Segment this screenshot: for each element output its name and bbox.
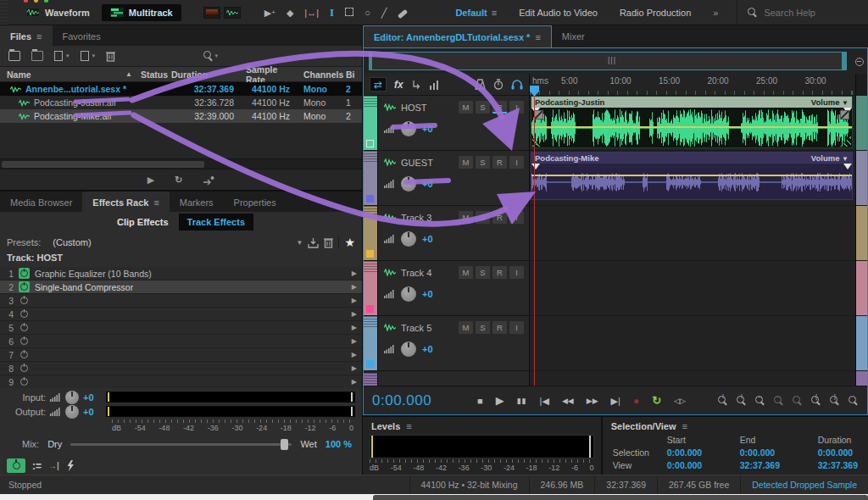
rack-power-button[interactable] [7,458,25,473]
track-color-square[interactable] [366,195,374,203]
effect-slot[interactable]: 3 ▶ [0,294,362,307]
preview-loop-button[interactable]: ↻ [175,175,182,186]
navigator-zoom-knob-icon[interactable] [854,56,864,66]
workspace-radio-production[interactable]: Radio Production [620,8,691,18]
track-name[interactable]: HOST [401,103,427,113]
track-header[interactable]: Track 3 M S R I [364,206,529,261]
effect-slot[interactable]: 5 ▶ [0,321,362,334]
navigator-grip-icon[interactable]: ||| [608,56,616,64]
track-color-square[interactable] [366,305,374,313]
track-effects-tab[interactable]: Track Effects [179,214,253,231]
lasso-selection-tool-icon[interactable]: ○ [364,7,370,19]
files-search[interactable]: ▾ [203,51,218,61]
scrollbar-track-segment[interactable] [856,151,867,205]
multitrack-view-button[interactable]: Multitrack [102,4,181,21]
track-header[interactable]: Track 4 M S R I [364,261,529,316]
arm-record-button[interactable]: R [492,321,507,334]
fx-toggle-button[interactable]: fx [394,79,403,91]
clip-podcasting-mike[interactable]: Podcasting-Mike Volume ▼ [531,152,853,200]
tab-markers[interactable]: Markers [170,192,224,212]
track-name[interactable]: GUEST [401,158,433,168]
workspace-overflow-icon[interactable]: » [713,8,718,18]
workspace-menu-icon[interactable]: ≡ [492,8,497,18]
loop-playback-button[interactable]: ↻ [652,395,661,407]
spectral-display-button[interactable] [203,7,220,19]
preview-autoplay-button[interactable] [203,175,214,185]
mute-button[interactable]: M [459,211,473,224]
search-help-input[interactable] [764,8,865,18]
zoom-in-time-icon[interactable]: I [718,396,728,406]
sort-asc-icon[interactable]: ▲ [125,70,132,78]
effect-power-icon[interactable] [19,363,30,374]
track-header[interactable]: HOST M S R I [364,96,529,151]
monitor-input-button[interactable]: I [509,321,524,334]
effect-power-icon[interactable] [19,308,30,319]
monitor-input-button[interactable]: I [509,211,524,224]
zoom-in-amplitude-icon[interactable]: { [811,396,821,406]
track-color-strip[interactable] [364,151,378,205]
track-color-strip[interactable] [364,316,378,370]
track-lane-3[interactable] [530,206,855,261]
solo-button[interactable]: S [476,321,490,334]
tab-media-browser[interactable]: Media Browser [0,192,82,212]
track-color-square[interactable] [366,360,374,368]
view-end-value[interactable]: 32:37.369 [740,460,818,470]
window-traffic-lights[interactable] [24,0,48,3]
monitor-input-button[interactable]: I [509,101,524,114]
record-timer-icon[interactable] [493,79,504,90]
envelope-keyframe-left[interactable] [531,164,540,169]
effect-slot-arrow-icon[interactable]: ▶ [352,269,357,277]
mix-slider[interactable] [70,443,292,446]
track-gain-value[interactable]: +0 [422,124,437,134]
output-gain-knob[interactable] [65,405,79,419]
col-status[interactable]: Status [136,69,168,80]
effect-power-icon[interactable] [19,281,30,292]
file-row[interactable]: Podcasting-Mike.aif 32:39.000 44100 Hz M… [0,109,362,123]
insert-into-multitrack-icon[interactable] [81,51,89,61]
meters-button[interactable] [429,80,439,90]
track-gain-value[interactable]: +0 [422,289,437,299]
effect-slot[interactable]: 2 Single-band Compressor ▶ [0,281,362,293]
solo-button[interactable]: S [476,156,490,169]
spot-healing-brush-tool-icon[interactable] [398,7,408,19]
effect-slot-arrow-icon[interactable]: ▶ [352,351,357,358]
search-help-box[interactable] [737,0,868,25]
waveform-view-button[interactable]: Waveform [18,4,98,21]
favorite-star-icon[interactable]: ★ [344,236,355,249]
zoom-selection-icon[interactable] [793,396,803,406]
preset-value[interactable]: (Custom) [53,237,91,247]
col-channels[interactable]: Channels [290,69,337,80]
effect-slot-arrow-icon[interactable]: ▶ [352,378,357,386]
minimize-window-icon[interactable] [34,0,38,3]
clip-volume-control[interactable]: Volume ▼ [811,97,849,107]
playhead-line[interactable] [534,96,535,386]
go-to-end-button[interactable]: ▶| [611,395,620,407]
track-volume-knob[interactable] [401,176,416,192]
time-selection-tool-icon[interactable]: I [330,7,334,19]
mute-button[interactable]: M [459,101,473,114]
mix-slider-handle[interactable] [281,439,288,450]
delete-preset-trash-icon[interactable] [324,237,333,248]
col-duration[interactable]: Duration [168,69,234,80]
mix-value[interactable]: 100 % [326,439,352,449]
monitor-input-button[interactable]: I [509,266,524,279]
slip-tool-icon[interactable]: |↔| [304,7,319,19]
scrollbar-track-segment[interactable] [856,261,867,315]
vertical-scrollbar[interactable] [855,74,867,386]
track-name[interactable]: Track 5 [401,323,431,333]
stop-button[interactable]: ■ [477,395,483,407]
effects-rack-menu-icon[interactable]: ≡ [153,197,159,208]
track-volume-knob[interactable] [401,342,416,357]
track-gain-value[interactable]: +0 [422,179,437,189]
levels-menu-icon[interactable]: ≡ [406,421,411,431]
track-header-partial[interactable] [364,373,529,386]
input-gain-knob[interactable] [65,391,79,404]
trash-icon[interactable] [106,51,115,62]
fast-forward-button[interactable]: ▶▶ [587,395,598,407]
file-row[interactable]: Podcasting-Justin.aif 32:36.728 44100 Hz… [0,96,362,109]
workspace-default[interactable]: Default ≡ [455,8,497,18]
volume-envelope-line[interactable] [531,175,852,176]
scrollbar-track-segment[interactable] [856,371,867,386]
file-row[interactable]: Annenbe...utorial.sesx * 32:37.369 44100… [0,82,362,96]
clip-volume-control[interactable]: Volume ▼ [811,153,849,163]
